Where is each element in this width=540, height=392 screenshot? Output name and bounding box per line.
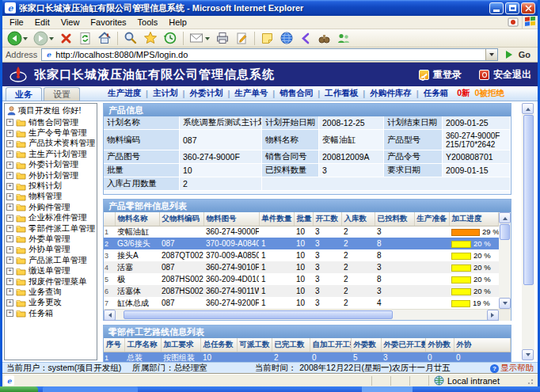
sidebar-item-3[interactable]: +主生产计划管理	[6, 149, 96, 159]
expand-plus-icon[interactable]: +	[6, 130, 13, 137]
scroll-thumb[interactable]	[500, 224, 510, 240]
refresh-button[interactable]	[76, 30, 94, 47]
address-dropdown-button[interactable]	[485, 49, 497, 60]
favorites-button[interactable]	[141, 30, 160, 47]
parts-horizontal-scrollbar[interactable]	[104, 309, 511, 320]
nav-item-2[interactable]: 外委计划	[185, 88, 226, 99]
start-button[interactable]	[0, 386, 38, 392]
menu-item-view[interactable]: View	[55, 17, 86, 28]
print-button[interactable]	[213, 30, 232, 47]
parts-col-header-10[interactable]: 加工进度	[449, 212, 499, 226]
tab-0[interactable]: 业务	[6, 87, 42, 101]
taskbar[interactable]	[0, 386, 540, 392]
parts-row-0[interactable]: 1变幅油缸360-274-9000F1032329 %	[104, 226, 499, 238]
mail-button[interactable]	[187, 30, 212, 47]
parts-col-header-5[interactable]: 批量	[294, 212, 313, 226]
expand-plus-icon[interactable]: +	[6, 119, 13, 126]
sidebar-item-12[interactable]: +外协单管理	[6, 245, 96, 255]
tree-root[interactable]: 项目开发组 你好!	[6, 106, 96, 117]
menu-item-favorites[interactable]: Favorites	[85, 17, 131, 28]
expand-plus-icon[interactable]: +	[6, 162, 13, 169]
go-button[interactable]: Go	[502, 48, 534, 62]
expand-plus-icon[interactable]: +	[6, 183, 13, 190]
nav-item-6[interactable]: 外购件库存	[366, 88, 416, 99]
expand-plus-icon[interactable]: +	[6, 215, 13, 222]
research-button[interactable]	[315, 30, 333, 47]
menu-item-file[interactable]: File	[4, 17, 29, 28]
messenger-button[interactable]	[334, 30, 353, 47]
media-button[interactable]	[297, 30, 314, 47]
parts-row-2[interactable]: 3接头A2087QT002370-009-A085011032820 %	[104, 249, 499, 261]
routing-col-header-10[interactable]: 外协	[454, 338, 511, 352]
expand-plus-icon[interactable]: +	[6, 257, 13, 264]
close-button[interactable]	[521, 2, 535, 14]
taskbar-window-button[interactable]	[43, 386, 138, 392]
sidebar-item-5[interactable]: +外协计划管理	[6, 170, 96, 181]
forward-button[interactable]	[31, 30, 56, 47]
show-help-link[interactable]: ? 显示帮助	[490, 363, 534, 374]
parts-col-header-8[interactable]: 已投料数	[375, 212, 414, 226]
parts-row-6[interactable]: 7缸体总成087360-274-9200F11032419 %	[104, 297, 499, 309]
expand-plus-icon[interactable]: +	[6, 299, 13, 306]
maximize-button[interactable]	[505, 2, 519, 14]
expand-plus-icon[interactable]: +	[6, 278, 13, 285]
routing-col-header-4[interactable]: 可派工数	[237, 338, 272, 352]
main-vertical-scrollbar[interactable]	[522, 103, 534, 360]
expand-plus-icon[interactable]: +	[6, 268, 13, 275]
menu-item-help[interactable]: Help	[163, 17, 192, 28]
logout-button[interactable]: 安全退出	[479, 68, 531, 82]
search-button[interactable]	[121, 30, 140, 47]
sidebar-item-10[interactable]: +零部件派工单管理	[6, 223, 96, 234]
back-dropdown-icon[interactable]	[23, 37, 28, 43]
sidebar-item-16[interactable]: +业务查询	[6, 287, 96, 297]
discuss-button[interactable]	[258, 30, 276, 47]
msn-button[interactable]	[277, 30, 296, 47]
parts-col-header-7[interactable]: 入库数	[341, 212, 375, 226]
parts-row-3[interactable]: 4活塞087360-274-9010F11032320 %	[104, 261, 499, 273]
parts-col-header-2[interactable]: 父物料编码	[159, 212, 203, 226]
sidebar-item-9[interactable]: +企业标准件管理	[6, 213, 96, 223]
expand-plus-icon[interactable]: +	[6, 288, 13, 295]
scroll-left-icon[interactable]	[104, 310, 116, 321]
expand-plus-icon[interactable]: +	[6, 193, 13, 200]
nav-item-3[interactable]: 生产单号	[230, 88, 272, 99]
sidebar-item-11[interactable]: +外委单管理	[6, 234, 96, 244]
parts-col-header-4[interactable]: 单件数量	[259, 212, 294, 226]
parts-row-4[interactable]: 5极2087HS002360-209-4D01011032820 %	[104, 273, 499, 285]
routing-col-header-9[interactable]: 外协数	[425, 338, 454, 352]
stop-button[interactable]	[57, 30, 75, 47]
mail-dropdown-icon[interactable]	[205, 37, 210, 43]
expand-plus-icon[interactable]: +	[6, 150, 13, 158]
parts-col-header-6[interactable]: 开工数	[313, 212, 341, 226]
history-button[interactable]	[161, 30, 180, 47]
sidebar-item-2[interactable]: +产品技术资料管理	[6, 139, 96, 149]
menu-item-edit[interactable]: Edit	[29, 17, 55, 28]
parts-row-5[interactable]: 6活塞体2087HS002360-274-9011W11032320 %	[104, 285, 499, 297]
scroll-up-icon[interactable]	[522, 103, 534, 114]
expand-plus-icon[interactable]: +	[6, 204, 13, 211]
sidebar-item-17[interactable]: +业务更改	[6, 298, 96, 308]
nav-item-1[interactable]: 主计划	[149, 88, 182, 99]
tab-1[interactable]: 设置	[44, 87, 80, 101]
sidebar-item-8[interactable]: +外购件管理	[6, 202, 96, 212]
edit-button[interactable]	[233, 30, 251, 47]
sidebar-item-1[interactable]: +生产令号单管理	[6, 127, 96, 138]
parts-col-header-3[interactable]: 物料图号	[203, 212, 259, 226]
scroll-thumb[interactable]	[124, 310, 393, 319]
scroll-right-icon[interactable]	[487, 310, 499, 321]
routing-col-header-5[interactable]: 已完工数	[272, 338, 310, 352]
expand-plus-icon[interactable]: +	[6, 235, 13, 242]
routing-col-header-8[interactable]: 外委已开工数	[381, 338, 425, 352]
nav-item-5[interactable]: 工作看板	[321, 88, 362, 99]
parts-col-header-9[interactable]: 生产准备	[414, 212, 449, 226]
sidebar-item-18[interactable]: +任务箱	[6, 308, 96, 318]
nav-item-7[interactable]: 任务箱	[420, 88, 453, 99]
nav-item-4[interactable]: 销售合同	[276, 88, 317, 99]
expand-plus-icon[interactable]: +	[6, 225, 13, 232]
sidebar-item-0[interactable]: +销售合同管理	[6, 117, 96, 127]
parts-row-1[interactable]: 2G3/6接头087370-009-A084011032820 %	[104, 238, 499, 249]
routing-col-header-3[interactable]: 总任务数	[200, 338, 237, 352]
routing-col-header-2[interactable]: 加工要求	[161, 338, 200, 352]
minimize-button[interactable]	[489, 2, 504, 14]
relogin-button[interactable]: 重登录	[419, 68, 462, 82]
